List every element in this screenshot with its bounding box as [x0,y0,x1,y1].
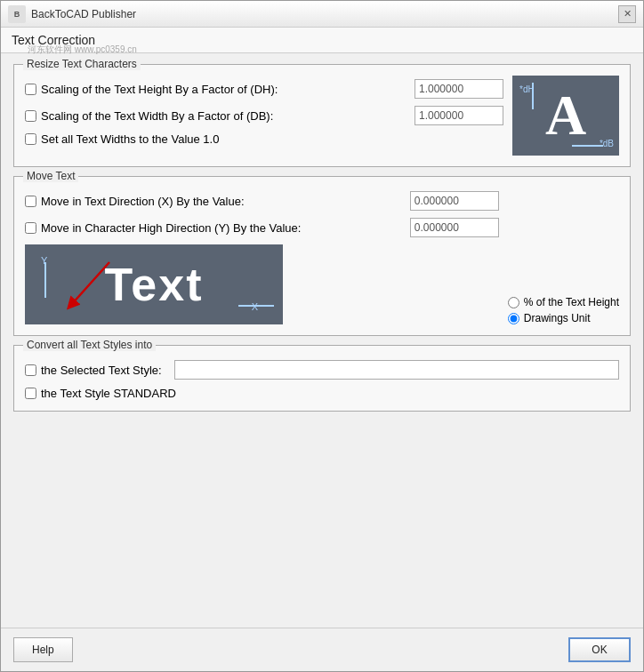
resize-height-input[interactable] [415,79,503,99]
resize-row2: Scaling of the Text Width By a Factor of… [25,106,503,125]
move-right: % of the Text Height Drawings Unit [508,184,619,324]
radio-percent-text: % of the Text Height [524,296,619,308]
main-window: B BackToCAD Publisher ✕ 河东软件网 www.pc0359… [0,0,644,672]
move-y-checkbox[interactable] [25,222,36,234]
move-y-label: Move in Character High Direction (Y) By … [41,221,301,235]
resize-height-checkbox-label[interactable]: Scaling of the Text Height By a Factor o… [25,83,415,96]
resize-left: Scaling of the Text Height By a Factor o… [25,72,503,156]
resize-widths-checkbox-label[interactable]: Set all Text Widths to the Value 1.0 [25,132,503,146]
move-x-checkbox[interactable] [25,196,36,207]
resize-height-label: Scaling of the Text Height By a Factor o… [41,83,278,96]
convert-group: Convert all Text Styles into the Selecte… [13,345,631,412]
move-x-input[interactable] [410,191,499,211]
ok-button[interactable]: OK [568,637,631,662]
dh-label: *dH [519,84,535,94]
app-logo: B [8,5,26,23]
resize-width-checkbox-label[interactable]: Scaling of the Text Width By a Factor of… [25,109,415,123]
resize-group-inner: Scaling of the Text Height By a Factor o… [25,72,619,156]
move-x-checkbox-label[interactable]: Move in Text Direction (X) By the Value: [25,195,410,208]
selected-style-label: the Selected Text Style: [41,364,162,377]
convert-group-label: Convert all Text Styles into [23,339,156,351]
radio-unit-text: Drawings Unit [524,312,591,324]
resize-height-checkbox[interactable] [25,84,36,95]
help-button[interactable]: Help [13,637,73,662]
move-left: Move in Text Direction (X) By the Value:… [25,184,499,324]
title-bar-left: B BackToCAD Publisher [8,5,136,23]
standard-style-checkbox[interactable] [25,388,36,399]
radio-percent[interactable] [508,297,519,308]
move-row2: Move in Character High Direction (Y) By … [25,218,499,237]
y-label: Y [41,255,47,266]
close-button[interactable]: ✕ [618,5,636,23]
convert-row1: the Selected Text Style: [25,360,619,380]
radio-unit[interactable] [508,313,519,324]
resize-width-input[interactable] [415,106,503,125]
radio-unit-label[interactable]: Drawings Unit [508,312,619,324]
move-group: Move Text Move in Text Direction (X) By … [13,176,631,336]
selected-style-checkbox-label[interactable]: the Selected Text Style: [25,364,162,377]
watermark-text: 河东软件网 www.pc0359.cn [28,44,137,56]
db-arrow [572,145,603,147]
resize-widths-checkbox[interactable] [25,133,36,145]
dialog-content: Resize Text Characters Scaling of the Te… [1,53,643,628]
footer: Help OK [1,628,643,671]
radio-percent-label[interactable]: % of the Text Height [508,296,619,308]
window-title: BackToCAD Publisher [31,8,136,20]
selected-style-input[interactable] [174,360,619,380]
resize-widths-label: Set all Text Widths to the Value 1.0 [41,132,219,146]
move-group-label: Move Text [23,170,78,182]
db-label: *dB [600,139,614,148]
move-y-input[interactable] [410,218,499,237]
convert-row2: the Text Style STANDARD [25,387,619,400]
selected-style-checkbox[interactable] [25,364,36,376]
resize-group: Resize Text Characters Scaling of the Te… [13,64,631,167]
resize-row3: Set all Text Widths to the Value 1.0 [25,132,503,146]
preview-letter: A [545,87,586,144]
resize-width-checkbox[interactable] [25,110,36,122]
standard-style-checkbox-label[interactable]: the Text Style STANDARD [25,387,619,400]
standard-style-label: the Text Style STANDARD [41,387,176,400]
text-preview: Y Text X [25,244,283,324]
move-row1: Move in Text Direction (X) By the Value: [25,191,499,211]
resize-preview: *dH A *dB [512,76,619,156]
x-label: X [252,301,258,312]
preview-text: Text [104,258,203,311]
move-x-label: Move in Text Direction (X) By the Value: [41,195,245,208]
move-y-checkbox-label[interactable]: Move in Character High Direction (Y) By … [25,221,410,235]
resize-width-label: Scaling of the Text Width By a Factor of… [41,109,273,123]
y-arrow [44,262,46,298]
resize-group-label: Resize Text Characters [23,58,141,70]
title-bar: B BackToCAD Publisher ✕ [1,1,643,28]
resize-row1: Scaling of the Text Height By a Factor o… [25,79,503,99]
move-text-content: Move in Text Direction (X) By the Value:… [25,184,619,324]
